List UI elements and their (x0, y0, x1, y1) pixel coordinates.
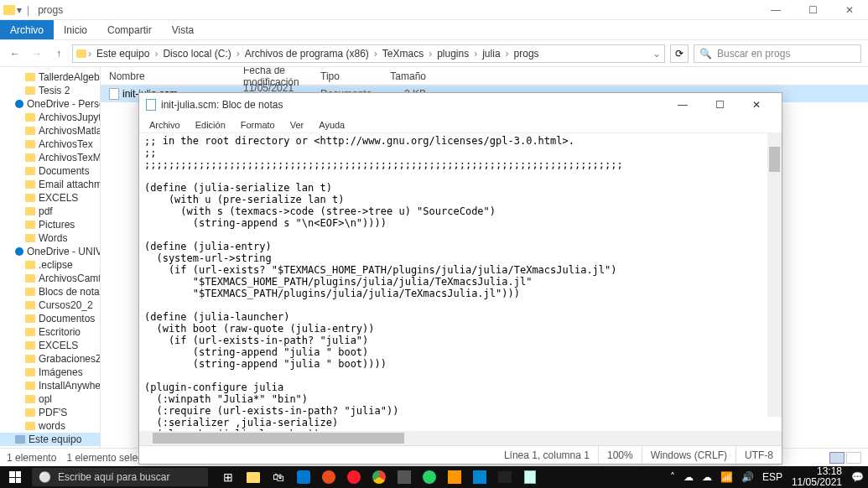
start-button[interactable] (0, 466, 30, 488)
tab-archivo[interactable]: Archivo (0, 20, 54, 39)
tab-vista[interactable]: Vista (162, 20, 204, 39)
view-large-icon[interactable] (846, 452, 861, 464)
notepad-statusbar: Línea 1, columna 1 100% Windows (CRLF) U… (139, 445, 782, 464)
explorer-icon[interactable] (242, 466, 265, 488)
folder-icon (76, 49, 86, 58)
tree-item[interactable]: ArchivosTex (0, 138, 100, 151)
tree-item[interactable]: .eclipse (0, 258, 100, 272)
minimize-button[interactable]: — (757, 0, 794, 20)
tree-item[interactable]: Imágenes (0, 366, 100, 379)
tree-item[interactable]: pdf (0, 205, 100, 218)
view-details-icon[interactable] (829, 452, 845, 464)
tree-item[interactable]: Documentos (0, 312, 100, 325)
up-button[interactable]: ↑ (50, 45, 67, 62)
app-icon[interactable] (468, 466, 491, 488)
maximize-button[interactable]: ☐ (701, 93, 738, 117)
volume-icon[interactable]: 🔊 (737, 466, 758, 488)
folder-icon (25, 194, 35, 202)
column-size[interactable]: Tamaño (386, 70, 426, 82)
column-name[interactable]: Nombre (101, 70, 243, 82)
tree-item[interactable]: Escritorio (0, 325, 100, 339)
menu-archivo[interactable]: Archivo (143, 120, 187, 130)
menu-edicion[interactable]: Edición (189, 120, 232, 130)
menu-formato[interactable]: Formato (234, 120, 282, 130)
refresh-button[interactable]: ⟳ (670, 44, 689, 63)
tree-item[interactable]: OneDrive - Personal (0, 97, 100, 111)
app-icon[interactable] (317, 466, 340, 488)
folder-icon (25, 382, 35, 390)
notepad-icon (146, 99, 156, 111)
tree-item[interactable]: Pictures (0, 218, 100, 231)
minimize-button[interactable]: — (664, 93, 701, 117)
folder-icon (25, 368, 35, 376)
tree-item[interactable]: Cursos20_2 (0, 299, 100, 312)
folder-icon (25, 341, 35, 350)
folder-icon (25, 422, 35, 430)
menu-ayuda[interactable]: Ayuda (312, 120, 351, 130)
task-view-icon[interactable]: ⊞ (216, 466, 240, 488)
tab-compartir[interactable]: Compartir (97, 20, 162, 39)
clock[interactable]: 13:18 11/05/2021 (787, 466, 847, 488)
tree-item[interactable]: EXCELS (0, 339, 100, 352)
tree-item[interactable]: Words (0, 231, 100, 245)
breadcrumb[interactable]: › Este equipo› Disco local (C:)› Archivo… (72, 44, 665, 63)
tree-item[interactable]: InstallAnywhere (0, 379, 100, 392)
tree-item[interactable]: Blocs de notas (0, 285, 100, 299)
tree-item[interactable]: Email attachments (0, 178, 100, 191)
edge-icon[interactable] (292, 466, 315, 488)
tree-item[interactable]: TallerdeAlgebraPDF (0, 70, 100, 84)
tree-item[interactable]: Tesis 2 (0, 84, 100, 97)
tree-item[interactable]: ArchivosCamtasia (0, 272, 100, 285)
app-icon[interactable] (392, 466, 416, 488)
folder-icon (25, 328, 35, 336)
tree-item[interactable]: PDF'S (0, 406, 100, 419)
search-input[interactable]: 🔍 Buscar en progs (694, 44, 861, 63)
folder-icon (25, 140, 35, 148)
opera-icon[interactable] (342, 466, 366, 488)
notepad-titlebar[interactable]: init-julia.scm: Bloc de notas — ☐ ✕ (139, 93, 782, 117)
terminal-icon[interactable] (493, 466, 517, 488)
search-icon: ⚪ (39, 471, 51, 483)
tray-chevron-icon[interactable]: ˄ (666, 466, 679, 488)
notepad-icon[interactable] (518, 466, 542, 488)
close-button[interactable]: ✕ (831, 0, 868, 20)
notepad-text-area[interactable]: ;; in the root directory or <http://www.… (139, 133, 782, 431)
vertical-scrollbar[interactable] (767, 133, 782, 417)
onedrive-icon[interactable]: ☁ (698, 466, 716, 488)
store-icon[interactable]: 🛍 (267, 466, 290, 488)
folder-icon (25, 408, 35, 417)
tree-item[interactable]: ArchivosJupyter (0, 111, 100, 124)
back-button[interactable]: ← (7, 45, 23, 62)
tree-item[interactable]: ArchivosTexMacs (0, 151, 100, 164)
chrome-icon[interactable] (367, 466, 391, 488)
column-type[interactable]: Tipo (320, 70, 386, 82)
wifi-icon[interactable]: 📶 (716, 466, 737, 488)
tree-item[interactable]: opl (0, 392, 100, 406)
forward-button[interactable]: → (29, 45, 45, 62)
folder-icon (25, 395, 35, 403)
onedrive-icon[interactable]: ☁ (679, 466, 698, 488)
taskbar: ⚪ Escribe aquí para buscar ⊞ 🛍 ˄ ☁ ☁ 📶 🔊… (0, 466, 868, 488)
folder-icon (25, 153, 35, 162)
language-indicator[interactable]: ESP (758, 466, 787, 488)
close-button[interactable]: ✕ (738, 93, 775, 117)
taskbar-search[interactable]: ⚪ Escribe aquí para buscar (32, 468, 208, 486)
tree-item[interactable]: ArchivosMatlab (0, 124, 100, 138)
tree-item[interactable]: Este equipo (0, 433, 100, 446)
tree-item[interactable]: OneDrive - UNIVERSID. (0, 245, 100, 258)
maximize-button[interactable]: ☐ (794, 0, 831, 20)
tree-item[interactable]: EXCELS (0, 191, 100, 205)
notepad-window: init-julia.scm: Bloc de notas — ☐ ✕ Arch… (138, 92, 782, 465)
tree-item[interactable]: words (0, 419, 100, 433)
folder-tree[interactable]: TallerdeAlgebraPDFTesis 2OneDrive - Pers… (0, 67, 101, 448)
menu-ver[interactable]: Ver (283, 120, 311, 130)
tree-item[interactable]: GrabacionesZoom (0, 352, 100, 366)
app-icon[interactable] (443, 466, 466, 488)
notifications-icon[interactable]: 💬 (847, 466, 868, 488)
tree-item[interactable]: Documents (0, 164, 100, 178)
folder-icon (25, 261, 35, 269)
tab-inicio[interactable]: Inicio (54, 20, 97, 39)
horizontal-scrollbar[interactable] (139, 431, 782, 445)
whatsapp-icon[interactable] (418, 466, 441, 488)
folder-icon (25, 314, 35, 323)
